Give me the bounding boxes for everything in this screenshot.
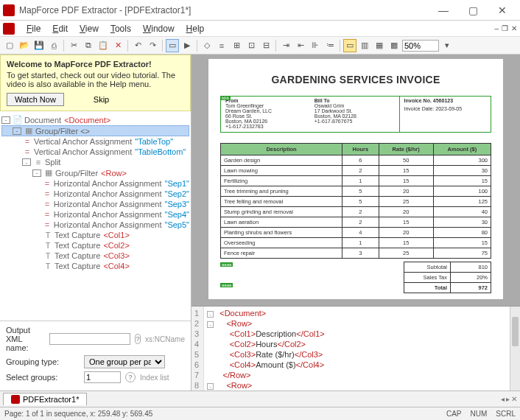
invoice-table: DescriptionHoursRate ($/hr)Amount ($)Gar… <box>220 143 491 259</box>
tool-a[interactable]: ◇ <box>200 39 214 52</box>
structure-tree[interactable]: -📄Document<Document>-▦Group/Filter <>=Ve… <box>0 111 191 321</box>
view-1[interactable]: ▭ <box>343 39 356 52</box>
properties-panel: Output XML name: ? xs:NCName Grouping ty… <box>0 321 191 391</box>
app-icon <box>3 4 15 16</box>
welcome-panel: Welcome to MapForce PDF Extractor! To ge… <box>0 55 191 111</box>
tree-row[interactable]: =Horizontal Anchor Assignment"Sep4" <box>1 209 189 220</box>
view-2[interactable]: ▥ <box>358 39 371 52</box>
paste-button[interactable]: 📋 <box>96 39 110 52</box>
tab-next[interactable]: ▸ <box>506 395 510 403</box>
watch-now-button[interactable]: Watch Now <box>7 93 64 106</box>
tree-row[interactable]: =Horizontal Anchor Assignment"Sep2" <box>1 189 189 199</box>
menu-view[interactable]: View <box>74 22 105 35</box>
open-button[interactable]: 📂 <box>18 39 31 52</box>
statusbar: Page: 1 of 1 in sequence, x: 259.48 y: 5… <box>0 407 520 420</box>
invoice-totals: aaaaSubtotal810 Sales Tax20% aaaaTotal97… <box>220 262 491 293</box>
invoice-header-box: bbb FromTom GreenfingerDream Garden, LLC… <box>220 96 491 133</box>
status-num: NUM <box>471 410 488 418</box>
left-pane: Welcome to MapForce PDF Extractor! To ge… <box>0 55 192 391</box>
doc-icon <box>11 395 20 404</box>
document-tabs: PDFExtractor1* ◂ ▸ ✕ <box>0 391 520 407</box>
save-button[interactable]: 💾 <box>32 39 46 52</box>
menu-window[interactable]: Window <box>137 22 180 35</box>
minimize-button[interactable]: — <box>429 2 458 18</box>
select-groups-hint: Index list <box>140 374 169 382</box>
tree-row[interactable]: -≡Split <box>1 157 189 167</box>
mdi-restore[interactable]: ❐ <box>502 24 508 32</box>
scrollbar[interactable] <box>510 307 520 391</box>
tool-g[interactable]: ⇤ <box>294 39 307 52</box>
output-xml-input[interactable] <box>49 333 130 345</box>
tree-row[interactable]: TText Capture<Col3> <box>1 251 189 261</box>
select-groups-input[interactable] <box>84 371 121 383</box>
undo-button[interactable]: ↶ <box>131 39 144 52</box>
tab-prev[interactable]: ◂ <box>501 395 505 403</box>
grouping-select[interactable]: One group per page <box>84 355 165 368</box>
zoom-combo[interactable] <box>402 40 439 52</box>
tree-row[interactable]: =Horizontal Anchor Assignment"Sep1" <box>1 178 189 189</box>
menu-tools[interactable]: Tools <box>105 22 137 35</box>
xml-output-pane[interactable]: 12345678 - <Document>- <Row> <Col1>Descr… <box>192 306 520 391</box>
menu-file[interactable]: File <box>21 22 46 35</box>
view-3[interactable]: ▦ <box>373 39 386 52</box>
pdf-page: GARDENING SERVICES INVOICE bbb FromTom G… <box>208 59 503 299</box>
pdf-canvas[interactable]: GARDENING SERVICES INVOICE bbb FromTom G… <box>192 55 520 306</box>
tool-f[interactable]: ⇥ <box>279 39 292 52</box>
saveall-button[interactable]: ⎙ <box>47 39 60 52</box>
toolbar: ▢ 📂 💾 ⎙ ✂ ⧉ 📋 ✕ ↶ ↷ ▭ ▶ ◇ ≡ ⊞ ⊡ ⊟ ⇥ ⇤ ⊪ … <box>0 37 520 55</box>
tree-row[interactable]: -📄Document<Document> <box>1 114 189 125</box>
new-button[interactable]: ▢ <box>3 39 16 52</box>
tool-i[interactable]: ≔ <box>323 39 337 52</box>
copy-button[interactable]: ⧉ <box>82 39 95 52</box>
mdi-close[interactable]: ✕ <box>511 24 517 32</box>
run-button[interactable]: ▶ <box>180 39 194 52</box>
right-pane: GARDENING SERVICES INVOICE bbb FromTom G… <box>192 55 520 391</box>
welcome-text: To get started, check out our video tuto… <box>7 71 184 88</box>
tree-row[interactable]: =Horizontal Anchor Assignment"Sep5" <box>1 220 189 230</box>
output-xml-label: Output XML name: <box>6 326 45 352</box>
menubar: FileEditViewToolsWindowHelp – ❐ ✕ <box>0 21 520 37</box>
tool-b[interactable]: ≡ <box>215 39 228 52</box>
status-text: Page: 1 of 1 in sequence, x: 259.48 y: 5… <box>4 410 152 418</box>
help-icon[interactable]: ? <box>135 334 141 344</box>
maximize-button[interactable]: ▢ <box>458 2 488 18</box>
zoom-drop[interactable]: ▾ <box>440 39 454 52</box>
tab-close[interactable]: ✕ <box>511 395 517 403</box>
skip-button[interactable]: Skip <box>86 93 116 106</box>
status-cap: CAP <box>446 410 462 418</box>
cut-button[interactable]: ✂ <box>67 39 80 52</box>
grouping-label: Grouping type: <box>6 357 80 366</box>
redo-button[interactable]: ↷ <box>146 39 159 52</box>
close-button[interactable]: ✕ <box>488 2 517 18</box>
tool-c[interactable]: ⊞ <box>230 39 243 52</box>
tool-e[interactable]: ⊟ <box>259 39 273 52</box>
view-4[interactable]: ▩ <box>387 39 401 52</box>
status-scrl: SCRL <box>496 410 516 418</box>
select-groups-label: Select groups: <box>6 373 80 382</box>
tab-pdfextractor1[interactable]: PDFExtractor1* <box>3 393 87 405</box>
invoice-title: GARDENING SERVICES INVOICE <box>220 74 491 85</box>
mdi-icon <box>3 23 15 35</box>
tree-row[interactable]: TText Capture<Col2> <box>1 240 189 251</box>
menu-help[interactable]: Help <box>180 22 211 35</box>
tree-row[interactable]: =Horizontal Anchor Assignment"Sep3" <box>1 199 189 209</box>
welcome-title: Welcome to MapForce PDF Extractor! <box>7 60 184 69</box>
tree-row[interactable]: -▦Group/Filter<Row> <box>1 167 189 178</box>
delete-button[interactable]: ✕ <box>111 39 124 52</box>
help-icon[interactable]: ? <box>125 372 136 382</box>
tool-h[interactable]: ⊪ <box>309 39 322 52</box>
output-xml-hint: xs:NCName <box>145 335 185 343</box>
tree-row[interactable]: =Vertical Anchor Assignment"TableBottom" <box>1 147 189 157</box>
titlebar: MapForce PDF Extractor - [PDFExtractor1*… <box>0 0 520 21</box>
tree-row[interactable]: TText Capture<Col4> <box>1 261 189 271</box>
window-title: MapForce PDF Extractor - [PDFExtractor1*… <box>19 5 429 15</box>
select-tool[interactable]: ▭ <box>166 39 179 52</box>
tool-d[interactable]: ⊡ <box>245 39 258 52</box>
mdi-minimize[interactable]: – <box>494 24 499 32</box>
tree-row[interactable]: =Vertical Anchor Assignment"TableTop" <box>1 136 189 147</box>
tree-row[interactable]: TText Capture<Col1> <box>1 230 189 240</box>
tree-row[interactable]: -▦Group/Filter <> <box>1 125 189 136</box>
menu-edit[interactable]: Edit <box>46 22 74 35</box>
